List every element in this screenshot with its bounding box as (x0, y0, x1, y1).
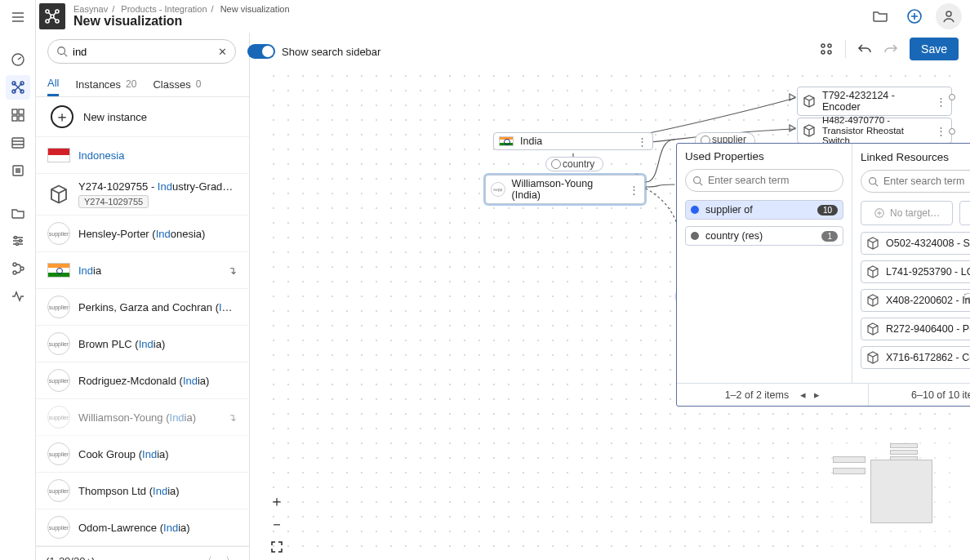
list-item[interactable]: supplierRodriguez-Mcdonald (India) (36, 362, 248, 399)
cube-icon (803, 124, 816, 137)
tab-all[interactable]: All (47, 70, 59, 96)
open-folder-icon[interactable] (867, 3, 893, 29)
list-item[interactable]: Indonesia (36, 137, 248, 174)
zoom-in[interactable]: ＋ (268, 492, 286, 510)
list-item[interactable]: supplierBrown PLC (India) (36, 326, 248, 362)
table-icon[interactable] (6, 131, 30, 155)
supplier-icon: supplier (47, 222, 70, 245)
list-item[interactable]: supplierCook Group (India) (36, 436, 248, 473)
list-item-label: Odom-Lawrence (India) (78, 522, 237, 534)
port[interactable] (949, 128, 955, 135)
prop-search[interactable] (685, 169, 843, 192)
no-target-button[interactable]: No target… (861, 201, 953, 225)
svg-point-21 (51, 15, 54, 18)
res-search-input[interactable] (883, 176, 970, 187)
add-icon[interactable] (901, 3, 928, 29)
folder-icon[interactable] (6, 201, 30, 225)
node-india[interactable]: India ⋮ (493, 132, 653, 150)
flag-india-icon (499, 136, 514, 146)
search-input[interactable] (73, 46, 210, 58)
prop-prev[interactable]: ◂ (800, 389, 806, 401)
list-item[interactable]: supplierOdom-Lawrence (India) (36, 509, 248, 546)
crumb-mid[interactable]: Products - Integration (121, 4, 207, 14)
zoom-out[interactable]: － (268, 515, 286, 533)
grid-icon[interactable] (6, 103, 30, 127)
resource-item[interactable]: R272-9406400 - Potentiometer D… (861, 318, 970, 340)
zoom-fit[interactable] (268, 538, 286, 556)
svg-point-25 (821, 44, 825, 47)
add-entities-button[interactable]: Add 5 ent… (959, 201, 970, 225)
svg-point-14 (13, 263, 16, 266)
undo-icon[interactable] (857, 42, 872, 56)
insert-icon[interactable]: ↴ (228, 264, 237, 277)
branch-icon[interactable] (6, 256, 30, 281)
supplier-icon: supplier (47, 479, 70, 502)
supplier-icon: supplier (47, 406, 70, 429)
resource-item[interactable]: O502-4324008 - Sensor Transist… (861, 232, 970, 255)
list-item[interactable]: supplierHensley-Porter (Indonesia) (36, 216, 248, 252)
redo-icon[interactable] (883, 42, 898, 56)
clear-search-icon[interactable]: ✕ (215, 46, 230, 58)
list-item[interactable]: India↴ (36, 252, 248, 289)
supplier-icon: supplier (47, 369, 70, 392)
list-item[interactable]: supplierThompson Ltd (India) (36, 473, 248, 509)
prop-country-res[interactable]: country (res) 1 (685, 226, 843, 246)
res-pager-text: 6–10 of 10 items (911, 389, 970, 401)
svg-point-27 (821, 51, 825, 54)
prop-next[interactable]: ▸ (814, 389, 820, 401)
svg-point-18 (56, 10, 59, 13)
list-icon[interactable] (6, 158, 30, 183)
crumb-root[interactable]: Easynav (73, 4, 108, 14)
svg-point-11 (14, 237, 16, 239)
chip-country[interactable]: country (545, 157, 603, 171)
svg-point-24 (58, 47, 65, 55)
new-instance-button[interactable]: ＋ New instance (36, 97, 249, 137)
list-item[interactable]: supplierWilliamson-Young (India)↴ (36, 399, 248, 436)
tab-instances[interactable]: Instances20 (75, 70, 136, 96)
list-item-label: Indonesia (78, 149, 237, 162)
svg-point-28 (828, 51, 831, 54)
save-button[interactable]: Save (910, 38, 959, 60)
prop-supplier-of[interactable]: supplier of 10 (685, 200, 843, 220)
prop-pager-text: 1–2 of 2 items (725, 389, 790, 401)
graph-tool-icon[interactable] (6, 75, 30, 100)
breadcrumb: Easynav/ Products - Integration/ New vis… (73, 4, 290, 29)
tab-classes[interactable]: Classes0 (153, 70, 201, 96)
node-menu-icon[interactable]: ⋮ (628, 184, 639, 195)
res-search[interactable] (861, 170, 970, 193)
crumb-current: New visualization (220, 4, 290, 14)
apps-icon[interactable] (819, 42, 834, 56)
sliders-icon[interactable] (6, 229, 30, 253)
list-item[interactable]: Y274-1029755 - Industry-Grade…Y274-10297… (36, 174, 248, 216)
cube-icon (866, 322, 879, 336)
pager-prev[interactable]: 〈 (198, 554, 216, 561)
node-transistor[interactable]: H482-4970770 - Transistor Rheostat Switc… (797, 118, 952, 144)
resource-item[interactable]: L741-9253790 - LCD Strain (861, 260, 970, 283)
pager-next[interactable]: 〉 (222, 554, 239, 561)
resource-item[interactable]: X408-2200602 - Inductor Capacit… (861, 289, 970, 312)
node-encoder[interactable]: T792-4232124 - Encoder ⋮ (797, 87, 952, 116)
node-menu-icon[interactable]: ⋮ (636, 136, 647, 147)
prop-search-input[interactable] (708, 175, 836, 186)
supplier-icon: supplier (47, 296, 70, 318)
cube-icon (866, 351, 879, 364)
hamburger-icon[interactable] (6, 5, 30, 29)
minimap[interactable] (826, 440, 957, 554)
node-williamson-young[interactable]: supp Williamson-Young (India) ⋮ (485, 175, 645, 204)
list-item[interactable]: supplierPerkins, Garza and Cochran (In… (36, 289, 248, 326)
flag-indonesia-icon (47, 148, 70, 162)
svg-point-16 (20, 267, 24, 270)
resource-item[interactable]: X716-6172862 - Coil Resonator (861, 346, 970, 369)
gauge-icon[interactable] (6, 47, 30, 72)
node-menu-icon[interactable]: ⋮ (936, 125, 946, 136)
avatar[interactable] (936, 3, 962, 29)
port[interactable] (949, 94, 955, 100)
cube-icon (866, 265, 879, 278)
insert-icon[interactable]: ↴ (228, 411, 237, 424)
svg-point-19 (46, 20, 49, 23)
activity-icon[interactable] (6, 284, 30, 309)
node-menu-icon[interactable]: ⋮ (936, 96, 946, 107)
svg-point-30 (870, 177, 876, 184)
search-input-wrap[interactable]: ✕ (47, 39, 236, 64)
svg-rect-6 (19, 109, 24, 114)
